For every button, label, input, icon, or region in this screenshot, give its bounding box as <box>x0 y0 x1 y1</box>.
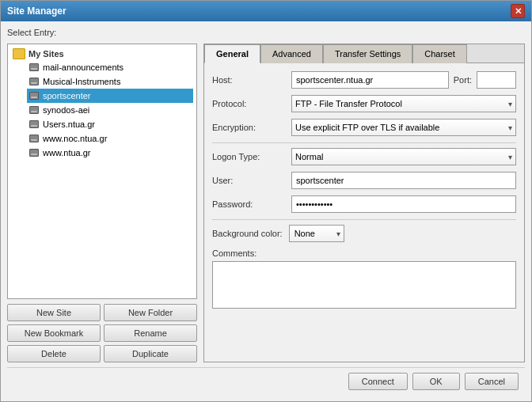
new-bookmark-button[interactable]: New Bookmark <box>7 324 101 342</box>
tab-general[interactable]: General <box>204 44 260 63</box>
host-input[interactable] <box>291 71 449 89</box>
protocol-row: Protocol: FTP - File Transfer Protocol S… <box>212 95 516 112</box>
divider2 <box>212 219 516 220</box>
tab-advanced[interactable]: Advanced <box>260 44 323 63</box>
user-control <box>291 172 516 189</box>
tree-item-sportscenter[interactable]: sportscenter <box>27 89 193 103</box>
bg-color-select[interactable]: None Red Green Blue Yellow <box>289 225 344 242</box>
form-body: Host: Port: Protocol: FTP - File Transfe <box>204 63 524 362</box>
server-icon <box>28 104 40 116</box>
folder-icon <box>13 48 25 59</box>
server-icon <box>28 90 40 101</box>
cancel-button[interactable]: Cancel <box>465 373 519 390</box>
rename-button[interactable]: Rename <box>104 324 197 342</box>
title-bar: Site Manager ✕ <box>1 1 531 21</box>
form-panel: General Advanced Transfer Settings Chars… <box>203 44 525 362</box>
tree-buttons: New Site New Folder New Bookmark Rename … <box>7 304 197 362</box>
encryption-control: Use explicit FTP over TLS if available O… <box>291 119 516 136</box>
delete-button[interactable]: Delete <box>7 345 101 362</box>
logon-type-row: Logon Type: Normal Anonymous Ask for pas… <box>212 148 516 165</box>
password-input[interactable] <box>291 195 516 213</box>
server-icon <box>28 62 40 73</box>
password-row: Password: <box>212 195 516 213</box>
tree-item-label: Users.ntua.gr <box>43 119 95 129</box>
tree-item-label: synodos-aei <box>43 105 89 115</box>
comments-label: Comments: <box>212 248 516 258</box>
port-input[interactable] <box>477 71 516 89</box>
tree-item-label: sportscenter <box>43 91 91 100</box>
new-folder-button[interactable]: New Folder <box>104 304 197 321</box>
encryption-label: Encryption: <box>212 123 291 132</box>
server-icon <box>28 147 40 158</box>
close-button[interactable]: ✕ <box>511 4 525 18</box>
tree-item-users-ntua[interactable]: Users.ntua.gr <box>27 117 193 131</box>
divider <box>212 142 516 143</box>
tree-item-musical-instruments[interactable]: Musical-Instruments <box>27 74 193 89</box>
encryption-row: Encryption: Use explicit FTP over TLS if… <box>212 119 516 136</box>
user-row: User: <box>212 172 516 189</box>
main-content: My Sites mail-announcements Musical-Inst… <box>7 44 525 362</box>
tree-item-www-noc-ntua[interactable]: www.noc.ntua.gr <box>27 131 193 146</box>
logon-type-control: Normal Anonymous Ask for password Intera… <box>291 148 516 165</box>
my-sites-folder[interactable]: My Sites <box>11 47 193 60</box>
logon-type-select[interactable]: Normal Anonymous Ask for password Intera… <box>291 148 516 165</box>
tree-item-label: mail-announcements <box>43 63 124 72</box>
host-label: Host: <box>212 75 291 85</box>
encryption-select[interactable]: Use explicit FTP over TLS if available O… <box>291 119 516 136</box>
protocol-control: FTP - File Transfer Protocol SFTP - SSH … <box>291 95 516 112</box>
tabs-bar: General Advanced Transfer Settings Chars… <box>204 44 524 63</box>
tree-panel: My Sites mail-announcements Musical-Inst… <box>7 44 197 362</box>
tree-item-mail-announcements[interactable]: mail-announcements <box>27 60 193 74</box>
server-icon <box>28 119 40 130</box>
folder-label: My Sites <box>28 49 64 59</box>
duplicate-button[interactable]: Duplicate <box>104 345 197 362</box>
bg-color-label: Background color: <box>212 229 283 238</box>
window-title: Site Manager <box>7 6 66 17</box>
select-entry-label: Select Entry: <box>7 28 525 37</box>
tree-item-label: www.ntua.gr <box>43 148 91 157</box>
host-row: Host: Port: <box>212 71 516 89</box>
ok-button[interactable]: OK <box>412 373 460 390</box>
server-icon <box>28 133 40 144</box>
tree-view[interactable]: My Sites mail-announcements Musical-Inst… <box>7 44 197 299</box>
bg-color-control: None Red Green Blue Yellow <box>289 225 344 242</box>
protocol-label: Protocol: <box>212 99 291 108</box>
window-body: Select Entry: My Sites mail-announcement… <box>1 21 531 401</box>
bg-color-row: Background color: None Red Green Blue Ye… <box>212 225 516 242</box>
bottom-bar: Connect OK Cancel <box>7 367 525 395</box>
tab-charset[interactable]: Charset <box>412 44 467 63</box>
password-control <box>291 195 516 213</box>
tree-item-www-ntua[interactable]: www.ntua.gr <box>27 146 193 160</box>
tab-transfer-settings[interactable]: Transfer Settings <box>323 44 412 63</box>
server-icon <box>28 76 40 87</box>
logon-type-label: Logon Type: <box>212 152 291 161</box>
tree-item-synodos-aei[interactable]: synodos-aei <box>27 103 193 117</box>
new-site-button[interactable]: New Site <box>7 304 101 321</box>
tree-item-label: www.noc.ntua.gr <box>43 134 107 143</box>
tree-children: mail-announcements Musical-Instruments s… <box>27 60 193 160</box>
connect-button[interactable]: Connect <box>348 373 408 390</box>
user-label: User: <box>212 176 291 185</box>
site-manager-window: Site Manager ✕ Select Entry: My Sites ma… <box>0 0 532 402</box>
port-label: Port: <box>454 75 472 85</box>
password-label: Password: <box>212 199 291 209</box>
comments-input[interactable] <box>212 261 516 309</box>
tree-item-label: Musical-Instruments <box>43 77 120 86</box>
comments-wrapper <box>212 261 516 311</box>
host-port-control: Port: <box>291 71 516 89</box>
user-input[interactable] <box>291 172 516 189</box>
protocol-select[interactable]: FTP - File Transfer Protocol SFTP - SSH … <box>291 95 516 112</box>
